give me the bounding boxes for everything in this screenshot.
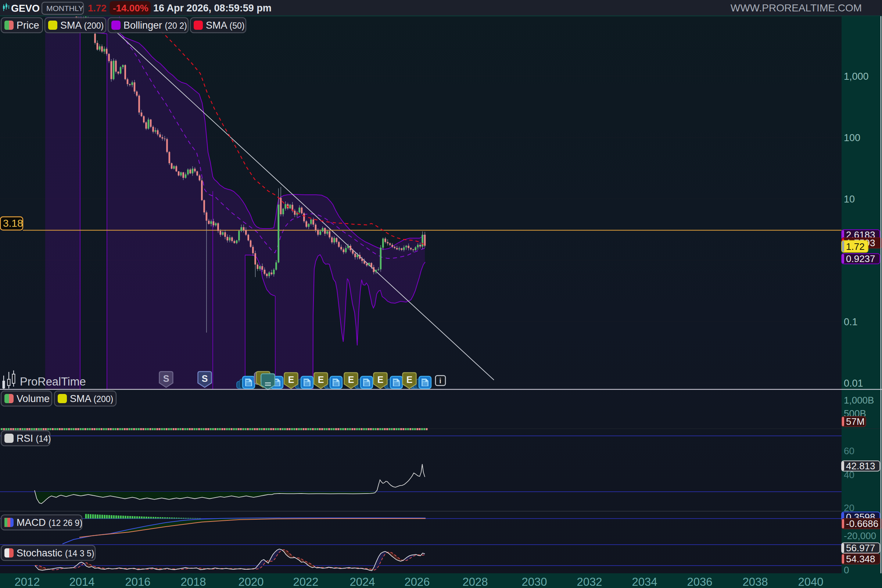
svg-text:Stochastic (14 3 5): Stochastic (14 3 5)	[16, 548, 94, 559]
svg-text:2026: 2026	[405, 576, 430, 588]
svg-text:2020: 2020	[238, 576, 264, 588]
svg-text:-20,000: -20,000	[844, 530, 876, 542]
svg-text:E: E	[377, 375, 384, 385]
svg-text:100: 100	[844, 132, 860, 143]
svg-text:E: E	[406, 375, 413, 385]
svg-text:0: 0	[844, 564, 849, 576]
svg-text:2030: 2030	[522, 576, 547, 588]
svg-text:Price: Price	[16, 20, 39, 31]
svg-text:56.977: 56.977	[846, 542, 875, 554]
svg-text:S: S	[163, 374, 170, 384]
svg-text:2024: 2024	[350, 576, 375, 588]
svg-text:i: i	[439, 376, 441, 385]
svg-text:2018: 2018	[181, 576, 206, 588]
svg-text:2014: 2014	[69, 576, 95, 588]
svg-text:E: E	[288, 375, 294, 385]
svg-text:SMA (200): SMA (200)	[60, 20, 104, 31]
svg-text:0.1: 0.1	[844, 316, 858, 327]
svg-text:-0.6686: -0.6686	[846, 518, 878, 529]
svg-text:2016: 2016	[125, 576, 151, 588]
svg-text:SMA (50): SMA (50)	[206, 20, 244, 31]
svg-text:2028: 2028	[463, 576, 488, 588]
svg-text:ProRealTime: ProRealTime	[20, 375, 86, 388]
svg-text:0.9237: 0.9237	[846, 253, 875, 264]
svg-text:2012: 2012	[15, 576, 40, 588]
svg-text:Volume: Volume	[16, 393, 50, 404]
svg-text:2036: 2036	[687, 576, 712, 588]
svg-text:2022: 2022	[293, 576, 319, 588]
svg-text:1,000B: 1,000B	[844, 395, 874, 406]
svg-text:MONTHLY: MONTHLY	[46, 4, 83, 12]
svg-text:60: 60	[844, 446, 854, 456]
svg-text:2032: 2032	[577, 576, 602, 588]
svg-text:54.348: 54.348	[846, 554, 875, 564]
svg-text:1.72: 1.72	[88, 3, 106, 14]
svg-text:MACD (12 26 9): MACD (12 26 9)	[16, 517, 82, 528]
svg-text:2038: 2038	[743, 576, 768, 588]
svg-text:2034: 2034	[632, 576, 657, 588]
svg-text:57M: 57M	[846, 416, 865, 427]
svg-text:Bollinger (20 2): Bollinger (20 2)	[123, 20, 187, 31]
svg-text:3.18: 3.18	[3, 218, 23, 229]
svg-text:GEVO: GEVO	[11, 3, 40, 14]
svg-text:SMA (200): SMA (200)	[70, 393, 113, 404]
svg-text:S: S	[202, 374, 208, 384]
svg-text:42.813: 42.813	[846, 460, 875, 471]
svg-text:2040: 2040	[798, 576, 824, 588]
svg-text:16 Apr 2026, 08:59:59 pm: 16 Apr 2026, 08:59:59 pm	[153, 3, 272, 14]
svg-text:-14.00%: -14.00%	[113, 3, 148, 14]
svg-text:0.01: 0.01	[844, 378, 863, 389]
svg-text:E: E	[318, 375, 324, 385]
svg-text:E: E	[348, 375, 354, 385]
svg-text:1,000: 1,000	[844, 71, 869, 82]
svg-text:1.72: 1.72	[846, 241, 865, 252]
svg-text:10: 10	[844, 194, 855, 205]
svg-text:RSI (14): RSI (14)	[16, 433, 51, 444]
svg-text:WWW.PROREALTIME.COM: WWW.PROREALTIME.COM	[730, 2, 862, 14]
